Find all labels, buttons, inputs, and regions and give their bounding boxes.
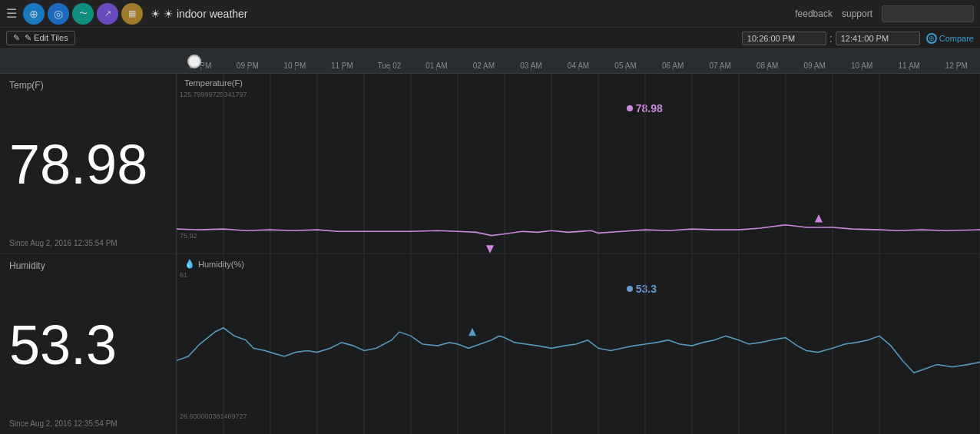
left-panel: Temp(F) 78.98 Since Aug 2, 2016 12:35:54…: [0, 74, 177, 434]
support-link[interactable]: support: [842, 8, 872, 19]
timeline-label: 03 AM: [508, 61, 555, 70]
edit-tiles-button[interactable]: ✎ ✎ Edit Tiles: [6, 31, 75, 45]
timeline-label: 11 AM: [886, 61, 933, 70]
toolbar: ✎ ✎ Edit Tiles : ⊕ Compare: [0, 28, 980, 49]
timeline-label: 07 AM: [697, 61, 744, 70]
humidity-label: Humidity: [9, 260, 167, 271]
time-range: : ⊕ Compare: [742, 31, 974, 45]
timeline-scrubber[interactable]: [187, 55, 201, 68]
timeline-label: 01 AM: [413, 61, 461, 70]
timeline-label: 02 AM: [460, 61, 508, 70]
logo-icon[interactable]: ⊕: [23, 3, 45, 25]
temp-chart-title: Temperature(F): [184, 78, 243, 88]
timeline-label: 10 PM: [271, 61, 319, 70]
top-nav: ☰ ⊕ ◎ 〜 ↗ ▦ ☀☀ indoor weather feedback s…: [0, 0, 980, 28]
temp-annotation-down: [486, 245, 494, 253]
humidity-value: 53.3: [9, 317, 167, 373]
temp-since: Since Aug 2, 2016 12:35:54 PM: [9, 239, 167, 247]
timeline-label: 10 AM: [838, 61, 886, 70]
temp-tile: Temp(F) 78.98 Since Aug 2, 2016 12:35:54…: [0, 74, 176, 254]
humidity-chart-title: 💧 Humidity(%): [184, 259, 244, 269]
temp-line: [177, 225, 980, 236]
humidity-line: [177, 328, 980, 373]
timeline-label: 08 AM: [743, 61, 791, 70]
timeline-label: Tue 02: [366, 61, 413, 70]
wave-icon[interactable]: 〜: [72, 3, 94, 25]
humidity-title-icon: 💧: [184, 259, 195, 269]
compare-button[interactable]: ⊕ Compare: [926, 33, 974, 44]
humidity-chart-svg: [177, 254, 980, 434]
nav-search-input[interactable]: [882, 5, 974, 22]
time-start-input[interactable]: [742, 31, 826, 45]
humidity-annotation-up: [468, 328, 476, 336]
humidity-chart: 💧 Humidity(%) 61 26.600000381469727 53.3: [177, 254, 980, 434]
timeline-label: 09 PM: [224, 61, 272, 70]
weather-icon: ☀: [151, 8, 161, 20]
main-content: Temp(F) 78.98 Since Aug 2, 2016 12:35:54…: [0, 74, 980, 434]
humidity-tile: Humidity 53.3 Since Aug 2, 2016 12:35:54…: [0, 254, 176, 434]
timeline-label: 11 PM: [319, 61, 366, 70]
feedback-link[interactable]: feedback: [795, 8, 833, 19]
temperature-chart: Temperature(F) 125.79999725341797 75.92 …: [177, 74, 980, 254]
timeline-label: 09 AM: [791, 61, 839, 70]
compare-icon: ⊕: [926, 33, 937, 44]
page-title: ☀☀ indoor weather: [151, 8, 795, 20]
chart-up-icon[interactable]: ↗: [97, 3, 118, 25]
hamburger-icon[interactable]: ☰: [6, 6, 17, 21]
timeline[interactable]: 08 PM 09 PM 10 PM 11 PM Tue 02 01 AM 02 …: [0, 49, 980, 74]
edit-icon: ✎: [13, 33, 20, 43]
temp-chart-svg: [177, 74, 980, 253]
timeline-labels: 08 PM 09 PM 10 PM 11 PM Tue 02 01 AM 02 …: [177, 49, 980, 73]
humidity-since: Since Aug 2, 2016 12:35:54 PM: [9, 419, 167, 428]
time-end-input[interactable]: [836, 31, 920, 45]
timeline-label: 05 AM: [602, 61, 650, 70]
right-panel: Temperature(F) 125.79999725341797 75.92 …: [177, 74, 980, 434]
grid-icon[interactable]: ▦: [121, 3, 143, 25]
timeline-label: 04 AM: [555, 61, 602, 70]
time-separator: :: [829, 32, 833, 45]
temp-value: 78.98: [9, 137, 167, 192]
instagram-icon[interactable]: ◎: [48, 3, 69, 25]
timeline-label: 06 AM: [649, 61, 697, 70]
temp-annotation-up: [815, 214, 823, 223]
timeline-label: 12 PM: [933, 61, 981, 70]
temp-label: Temp(F): [9, 80, 167, 91]
nav-links: feedback support: [795, 5, 974, 22]
